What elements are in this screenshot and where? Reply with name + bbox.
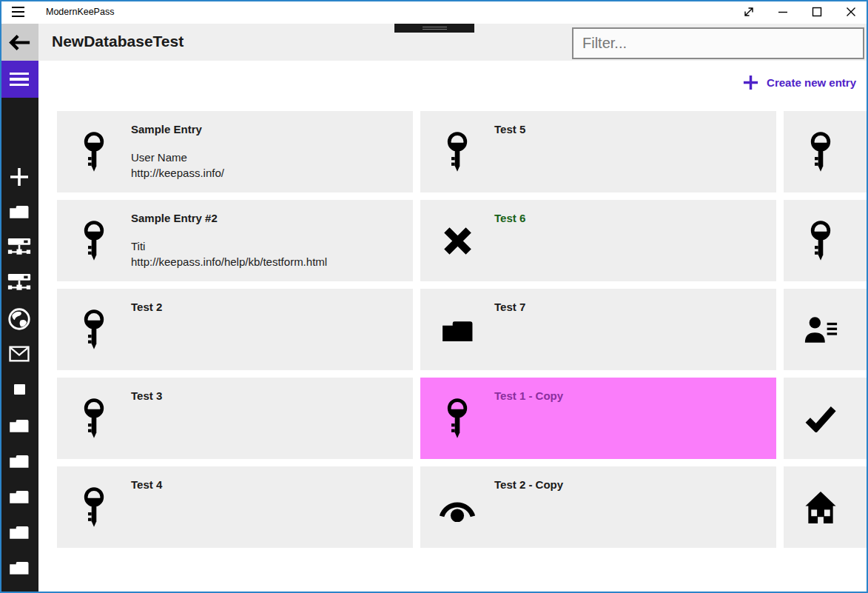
back-arrow-icon bbox=[7, 33, 31, 52]
red-eye-icon bbox=[420, 466, 494, 548]
plus-icon bbox=[742, 74, 759, 91]
key-icon bbox=[784, 111, 858, 192]
close-button[interactable] bbox=[834, 0, 868, 24]
folder-icon[interactable] bbox=[0, 523, 38, 540]
entry-card[interactable]: Test 5 bbox=[420, 111, 776, 192]
folder-icon[interactable] bbox=[0, 559, 38, 575]
window-controls bbox=[732, 0, 868, 24]
home-icon bbox=[784, 466, 858, 548]
page-title: NewDatabaseTest bbox=[52, 24, 184, 61]
entry-title: Test 1 - Copy bbox=[494, 389, 563, 403]
entry-card[interactable]: Test 2 - Copy bbox=[420, 466, 776, 548]
filter-input[interactable] bbox=[572, 27, 864, 59]
titlebar-menu-icon[interactable] bbox=[12, 7, 24, 17]
entry-title: Test 5 bbox=[494, 122, 525, 137]
entry-card[interactable]: Test 2 bbox=[57, 289, 413, 370]
entry-title: Test 2 bbox=[131, 300, 162, 315]
entry-title: Test 6 bbox=[494, 211, 525, 226]
minimize-button[interactable] bbox=[766, 0, 800, 24]
app-title: ModernKeePass bbox=[46, 0, 114, 24]
back-button[interactable] bbox=[0, 24, 38, 61]
entry-card[interactable]: Test 3 bbox=[57, 378, 413, 459]
page-header: NewDatabaseTest bbox=[0, 24, 868, 61]
key-icon bbox=[420, 111, 494, 192]
entry-username: User Name bbox=[131, 150, 224, 165]
x-cross-icon bbox=[420, 200, 494, 281]
drag-handle[interactable] bbox=[394, 24, 474, 33]
entry-title: Sample Entry bbox=[131, 122, 224, 137]
key-icon bbox=[57, 200, 131, 281]
title-bar: ModernKeePass bbox=[0, 0, 868, 24]
folder-icon[interactable] bbox=[0, 203, 38, 219]
fullscreen-button[interactable] bbox=[732, 0, 766, 24]
create-new-entry-button[interactable]: Create new entry bbox=[742, 74, 856, 91]
diagonal-resize-icon bbox=[741, 4, 756, 19]
entry-title: Sample Entry #2 bbox=[131, 211, 327, 226]
entry-title: Test 7 bbox=[494, 300, 525, 315]
entry-url: http://keepass.info/help/kb/testform.htm… bbox=[131, 254, 327, 269]
entry-card[interactable] bbox=[784, 111, 868, 192]
entry-card[interactable]: Test 4 bbox=[57, 466, 413, 548]
folder-icon bbox=[420, 289, 494, 370]
create-new-entry-label: Create new entry bbox=[767, 76, 856, 89]
entry-card[interactable]: Test 7 bbox=[420, 289, 776, 370]
folder-icon[interactable] bbox=[0, 452, 38, 469]
close-icon bbox=[844, 4, 858, 19]
maximize-icon bbox=[810, 4, 824, 19]
add-icon[interactable] bbox=[0, 166, 38, 188]
key-icon bbox=[420, 378, 494, 459]
maximize-button[interactable] bbox=[800, 0, 834, 24]
minimize-icon bbox=[776, 4, 790, 19]
mail-icon[interactable] bbox=[0, 346, 38, 362]
entry-title: Test 4 bbox=[131, 478, 162, 492]
key-icon bbox=[784, 200, 858, 281]
folder-icon[interactable] bbox=[0, 417, 38, 433]
server-network-icon[interactable] bbox=[0, 236, 38, 258]
entry-title: Test 2 - Copy bbox=[494, 478, 563, 492]
folder-icon[interactable] bbox=[0, 488, 38, 504]
contact-list-icon bbox=[784, 289, 858, 370]
nav-menu-button[interactable] bbox=[0, 61, 38, 98]
entry-card[interactable]: Sample Entry #2 Titi http://keepass.info… bbox=[57, 200, 413, 281]
entry-card[interactable]: Test 6 bbox=[420, 200, 776, 281]
globe-icon[interactable] bbox=[0, 308, 38, 330]
entry-title: Test 3 bbox=[131, 389, 162, 403]
entry-card[interactable] bbox=[784, 378, 868, 459]
entry-grid: Sample Entry User Name http://keepass.in… bbox=[57, 111, 868, 548]
key-icon bbox=[57, 289, 131, 370]
entry-card[interactable] bbox=[784, 200, 868, 281]
key-icon bbox=[57, 111, 131, 192]
entry-card[interactable] bbox=[784, 466, 868, 548]
key-icon bbox=[57, 378, 131, 459]
sidebar bbox=[0, 61, 38, 593]
key-icon bbox=[57, 466, 131, 548]
entry-url: http://keepass.info/ bbox=[131, 165, 224, 181]
entry-card[interactable] bbox=[784, 289, 868, 370]
checkmark-icon bbox=[784, 378, 858, 459]
entry-username: Titi bbox=[131, 238, 327, 254]
entry-card-selected[interactable]: Test 1 - Copy bbox=[420, 378, 776, 459]
square-icon[interactable] bbox=[0, 384, 38, 395]
entry-card[interactable]: Sample Entry User Name http://keepass.in… bbox=[57, 111, 413, 192]
server-network-icon[interactable] bbox=[0, 272, 38, 293]
